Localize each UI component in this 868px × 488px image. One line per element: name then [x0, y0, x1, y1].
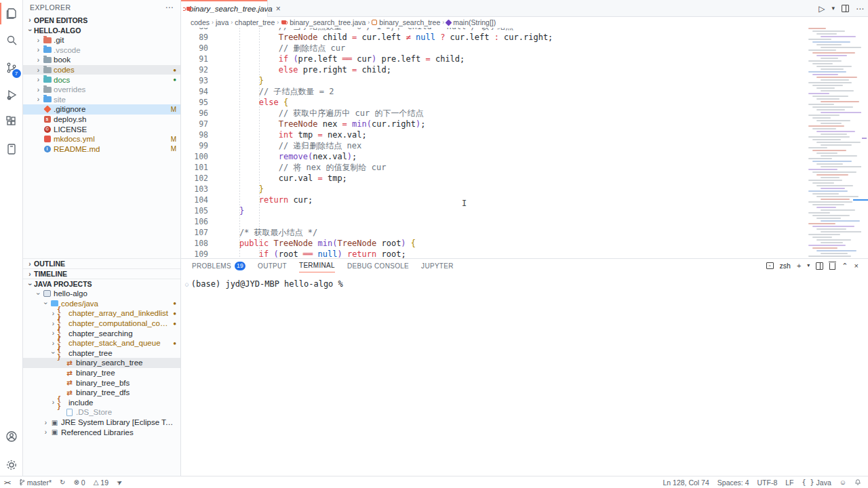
tree-item-readme-md[interactable]: ›i README.mdM — [23, 144, 180, 155]
section-root-folder[interactable]: › HELLO-ALGO — [23, 25, 180, 35]
tree-item-site[interactable]: › site — [23, 95, 180, 105]
editor-more-actions-icon[interactable]: ⋯ — [856, 5, 864, 13]
terminal-view[interactable]: ○ (base) jyd@JYD-MBP hello-algo % — [181, 272, 868, 289]
tree-item-chapter-array-and-linkedlist[interactable]: ›{ } chapter_array_and_linkedlist● — [23, 308, 180, 319]
status-errors[interactable]: ⊗0 — [73, 479, 85, 487]
code-line-91[interactable]: 91 if (pre.left ══ cur) pre.left = child… — [181, 54, 807, 64]
section-timeline[interactable]: › TIMELINE — [23, 268, 180, 279]
code-line-107[interactable]: 107 /* 获取最小结点 */ — [181, 227, 807, 238]
new-terminal-icon[interactable]: + — [797, 262, 801, 270]
search-icon[interactable] — [0, 27, 23, 54]
tree-item-deploy-sh[interactable]: ›$ deploy.sh — [23, 115, 180, 125]
split-terminal-icon[interactable] — [816, 262, 823, 270]
overview-ruler[interactable] — [861, 28, 868, 258]
status-cursor-position[interactable]: Ln 128, Col 74 — [663, 479, 709, 487]
split-editor-icon[interactable] — [842, 5, 849, 12]
tree-item-mkdocs-yml[interactable]: › mkdocs.ymlM — [23, 134, 180, 144]
account-icon[interactable] — [0, 423, 23, 450]
section-open-editors[interactable]: › OPEN EDITORS — [23, 15, 180, 25]
kill-terminal-icon[interactable] — [829, 263, 835, 270]
code-line-106[interactable]: 106 — [181, 216, 807, 227]
panel-tab-problems[interactable]: PROBLEMS 19 — [192, 259, 245, 272]
code-line-99[interactable]: 99 // 递归删除结点 nex — [181, 140, 807, 151]
panel-tab-output[interactable]: OUTPUT — [258, 259, 287, 272]
tree-item-binary-tree-bfs[interactable]: ›⇄ binary_tree_bfs — [23, 378, 180, 388]
tab-binary-search-tree[interactable]: binary_search_tree.java × — [181, 0, 268, 17]
run-dropdown-icon[interactable]: ▾ — [831, 5, 835, 12]
code-line-93[interactable]: 93 } — [181, 75, 807, 86]
code-line-100[interactable]: 100 remove(nex.val); — [181, 151, 807, 162]
code-line-105[interactable]: 105 } — [181, 205, 807, 216]
shell-label[interactable]: zsh — [780, 262, 791, 270]
tree-item-chapter-stack-and-queue[interactable]: ›{ } chapter_stack_and_queue● — [23, 338, 180, 348]
panel-tab-terminal[interactable]: TERMINAL — [299, 259, 335, 272]
status-sync[interactable]: ↻ — [60, 479, 65, 486]
tree-item-license[interactable]: ›© LICENSE — [23, 124, 180, 134]
breadcrumb-java[interactable]: java — [216, 18, 229, 26]
tree-item-codes-java[interactable]: › codes/java● — [23, 299, 180, 309]
terminal-dropdown-icon[interactable]: ▾ — [807, 263, 810, 268]
source-control-icon[interactable]: 7 — [0, 54, 23, 81]
tree-item-gitignore[interactable]: › .gitignoreM — [23, 104, 180, 115]
status-encoding[interactable]: UTF-8 — [757, 479, 778, 487]
status-feedback[interactable]: ☺ — [840, 479, 846, 486]
breadcrumb-chapter-tree[interactable]: chapter_tree — [235, 18, 275, 26]
status-language-mode[interactable]: { }Java — [802, 479, 831, 487]
maximize-panel-icon[interactable]: ⌃ — [842, 262, 848, 270]
status-transmit[interactable]: ➤ — [117, 479, 122, 486]
explorer-icon[interactable] — [0, 0, 23, 27]
tree-item-overrides[interactable]: › overrides — [23, 85, 180, 95]
status-indentation[interactable]: Spaces: 4 — [717, 479, 749, 487]
status-branch[interactable]: master* — [18, 479, 52, 487]
tree-item-chapter-computational-complexity[interactable]: ›{ } chapter_computational_complexity● — [23, 319, 180, 329]
code-line-104[interactable]: 104 return cur; — [181, 195, 807, 205]
status-warnings[interactable]: △19 — [94, 479, 108, 487]
code-line-96[interactable]: 96 // 获取中序遍历中 cur 的下一个结点 — [181, 108, 807, 119]
status-notifications[interactable] — [854, 479, 861, 486]
extensions-icon[interactable] — [0, 108, 23, 136]
panel-tab-debug-console[interactable]: DEBUG CONSOLE — [347, 259, 409, 272]
breadcrumb-binary-search-tree-java[interactable]: binary_search_tree.java — [281, 18, 366, 26]
tree-item-hello-algo[interactable]: › hello-algo — [23, 289, 180, 299]
breadcrumb-codes[interactable]: codes — [191, 18, 210, 26]
code-line-97[interactable]: 97 TreeNode nex = min(cur.right); — [181, 119, 807, 129]
status-remote[interactable]: >< — [4, 479, 10, 486]
tree-item-vscode[interactable]: › .vscode — [23, 45, 180, 56]
code-line-92[interactable]: 92 else pre.right = child; — [181, 64, 807, 75]
code-line-103[interactable]: 103 } — [181, 184, 807, 195]
tree-item-docs[interactable]: › docs● — [23, 75, 180, 85]
code-line-95[interactable]: 95 else { — [181, 97, 807, 108]
code-editor[interactable]: 88 // 当子结点数量 = 0 / 1 时， child = null / 该… — [181, 28, 807, 258]
tab-close-icon[interactable]: × — [276, 4, 281, 14]
code-line-98[interactable]: 98 int tmp = nex.val; — [181, 129, 807, 140]
close-panel-icon[interactable]: × — [854, 262, 859, 270]
tree-item-binary-search-tree[interactable]: ›⇄ binary_search_tree — [23, 358, 180, 368]
code-line-90[interactable]: 90 // 删除结点 cur — [181, 43, 807, 54]
minimap[interactable] — [807, 28, 861, 258]
tree-item-git[interactable]: › .git — [23, 35, 180, 45]
tree-item-chapter-tree[interactable]: ›{ } chapter_tree — [23, 348, 180, 359]
status-eol[interactable]: LF — [785, 479, 793, 487]
explorer-more-actions-icon[interactable]: ⋯ — [165, 3, 174, 12]
breadcrumb-binary-search-tree[interactable]: binary_search_tree — [372, 18, 440, 26]
code-line-102[interactable]: 102 cur.val = tmp; — [181, 173, 807, 184]
code-line-109[interactable]: 109 if (root ══ null) return root; — [181, 249, 807, 258]
run-debug-icon[interactable] — [0, 81, 23, 108]
settings-gear-icon[interactable] — [0, 454, 23, 476]
run-button[interactable]: ▷ — [818, 5, 825, 13]
tree-item-include[interactable]: ›{ } include — [23, 398, 180, 408]
tree-item-binary-tree[interactable]: ›⇄ binary_tree — [23, 368, 180, 378]
tree-item-ds-store[interactable]: › .DS_Store — [23, 407, 180, 418]
tree-item-codes[interactable]: › codes● — [23, 65, 180, 75]
tree-item-chapter-searching[interactable]: ›{ } chapter_searching — [23, 328, 180, 338]
breadcrumb-main-string[interactable]: main(String[]) — [446, 18, 496, 26]
panel-tab-jupyter[interactable]: JUPYTER — [421, 259, 454, 272]
code-line-101[interactable]: 101 // 将 nex 的值复制给 cur — [181, 162, 807, 173]
section-outline[interactable]: › OUTLINE — [23, 258, 180, 268]
section-java-projects[interactable]: › JAVA PROJECTS — [23, 279, 180, 289]
notebook-icon[interactable] — [0, 136, 23, 163]
tree-item-binary-tree-dfs[interactable]: ›⇄ binary_tree_dfs — [23, 388, 180, 398]
tree-item-jre-system-library-eclipse-temurin-17-17[interactable]: ›▣ JRE System Library [Eclipse Temurin 1… — [23, 418, 180, 428]
tree-item-referenced-libraries[interactable]: ›▣ Referenced Libraries — [23, 427, 180, 437]
code-line-94[interactable]: 94 // 子结点数量 = 2 — [181, 86, 807, 97]
